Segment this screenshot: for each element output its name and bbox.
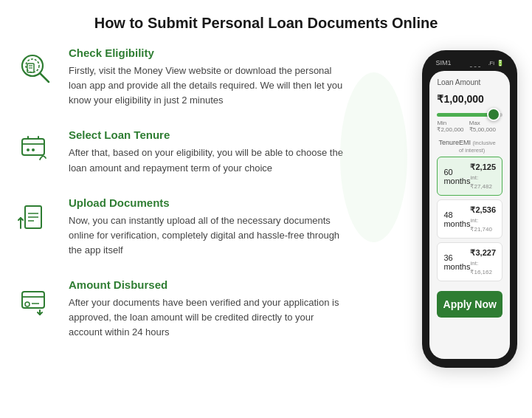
tenure-emi-36: ₹3,227 int: ₹16,162 [470,248,496,275]
slider-max: Max ₹5,00,000 [469,120,502,133]
step-1-title: Check Eligibility [69,47,348,59]
tenure-emi-48: ₹2,536 int: ₹21,740 [470,205,496,233]
step-4-desc: After your documents have been verified … [69,295,348,340]
amount-disbursed-icon [15,280,55,321]
tenure-col-label: Tenure [438,139,459,154]
step-2-content: Select Loan Tenure After that, based on … [69,129,348,175]
step-2-title: Select Loan Tenure [69,129,348,141]
svg-rect-6 [22,139,44,155]
page-title: How to Submit Personal Loan Documents On… [0,0,532,39]
tenure-months-48: 48 months [443,210,470,228]
tenure-emi-60: ₹2,125 int: ₹27,482 [470,162,496,190]
check-eligibility-icon [15,48,55,89]
phone-screen: Loan Amount ₹1,00,000 Min ₹2,00,000 Max … [429,71,510,359]
step-4-content: Amount Disbursed After your documents ha… [69,278,348,340]
tenure-months-36: 36 months [443,253,470,271]
bg-circle [340,72,407,242]
slider-range: Min ₹2,00,000 Max ₹5,00,000 [437,120,502,133]
step-3-title: Upload Documents [69,196,348,209]
step-1-content: Check Eligibility Firstly, visit the Mon… [69,47,348,108]
step-3-desc: Now, you can instantly upload all of the… [69,213,348,258]
phone-mockup: SIM1 ▐▐▐ WiFi 🔋 Loan Amount ₹1,00,000 [422,50,517,368]
battery-icon: 🔋 [497,60,504,66]
emi-col-label: EMI (inclusive of interest) [459,139,501,154]
svg-line-1 [40,73,49,82]
svg-point-19 [25,302,30,306]
step-amount-disbursed: Amount Disbursed After your documents ha… [15,278,348,340]
loan-amount-slider[interactable] [437,113,502,117]
tenure-row-36[interactable]: 36 months ₹3,227 int: ₹16,162 [437,242,502,281]
content-wrapper: Check Eligibility Firstly, visit the Mon… [0,39,532,375]
upload-docs-icon [15,198,55,239]
step-1-desc: Firstly, visit the Money View website or… [69,64,348,108]
step-2-desc: After that, based on your eligibility, y… [69,145,348,175]
step-check-eligibility: Check Eligibility Firstly, visit the Mon… [15,47,348,108]
step-3-content: Upload Documents Now, you can instantly … [69,196,348,258]
slider-thumb[interactable] [487,108,500,121]
tenure-months-60: 60 months [443,168,470,185]
select-tenure-icon [15,130,55,171]
phone-notch [449,59,490,66]
loan-amount-label: Loan Amount [437,78,502,86]
phone-section: SIM1 ▐▐▐ WiFi 🔋 Loan Amount ₹1,00,000 [355,47,517,368]
step-upload-documents: Upload Documents Now, you can instantly … [15,196,348,258]
step-4-title: Amount Disbursed [69,278,348,291]
apply-now-button[interactable]: Apply Now [437,291,502,318]
step-select-loan-tenure: Select Loan Tenure After that, based on … [15,129,348,175]
tenure-row-48[interactable]: 48 months ₹2,536 int: ₹21,740 [437,199,502,239]
tenure-row-60[interactable]: 60 months ₹2,125 int: ₹27,482 [437,157,502,196]
svg-point-10 [27,148,30,151]
steps-section: Check Eligibility Firstly, visit the Mon… [15,47,355,368]
loan-amount-value: ₹1,00,000 [437,88,502,107]
slider-track [437,113,502,117]
slider-min: Min ₹2,00,000 [437,120,469,133]
tenure-header: Tenure EMI (inclusive of interest) [437,139,502,154]
svg-point-11 [32,148,35,151]
